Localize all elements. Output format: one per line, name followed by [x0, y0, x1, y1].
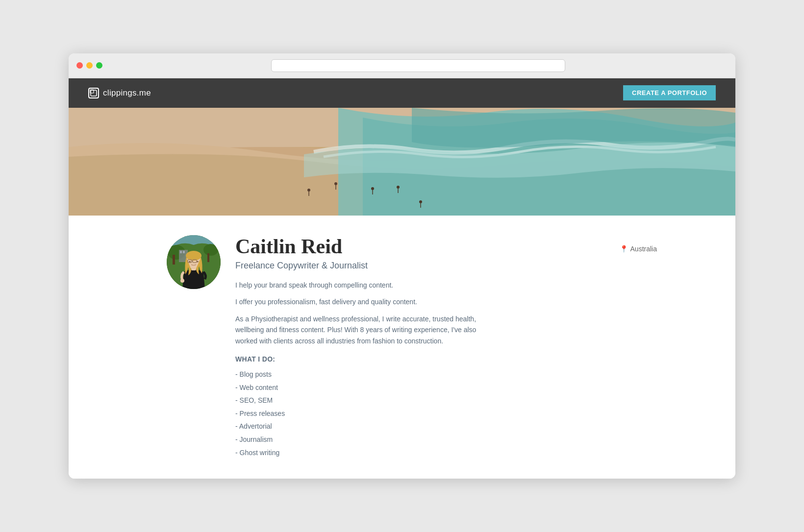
svg-point-18: [203, 244, 218, 256]
list-item: - Journalism: [235, 433, 735, 446]
svg-point-14: [419, 200, 422, 203]
svg-point-31: [197, 261, 199, 262]
bio-line-2: I offer you professionalism, fast delive…: [235, 296, 735, 307]
create-portfolio-button[interactable]: CREATE A PORTFOLIO: [623, 85, 716, 100]
svg-rect-19: [173, 255, 175, 265]
svg-rect-22: [180, 251, 182, 253]
svg-point-6: [307, 189, 310, 192]
name-title-block: Caitlin Reid Freelance Copywriter & Jour…: [235, 235, 368, 280]
profile-title: Freelance Copywriter & Journalist: [235, 261, 368, 271]
browser-window: clippings.me CREATE A PORTFOLIO: [69, 53, 735, 479]
list-item: - Press releases: [235, 407, 735, 420]
minimize-button[interactable]: [86, 62, 93, 69]
traffic-lights: [76, 62, 102, 69]
svg-rect-23: [183, 251, 185, 253]
list-item: - SEO, SEM: [235, 394, 735, 407]
profile-section: Caitlin Reid Freelance Copywriter & Jour…: [69, 216, 735, 479]
location-pin-icon: 📍: [620, 245, 628, 253]
bio-line-1: I help your brand speak through compelli…: [235, 280, 735, 290]
bio-paragraph: As a Physiotherapist and wellness profes…: [235, 314, 490, 346]
svg-point-30: [189, 261, 191, 262]
logo-icon: [88, 88, 99, 98]
svg-point-12: [397, 186, 400, 189]
maximize-button[interactable]: [96, 62, 102, 69]
svg-rect-20: [207, 253, 209, 262]
avatar-image: [167, 235, 221, 289]
hero-banner: [69, 108, 735, 216]
list-item: - Ghost writing: [235, 446, 735, 459]
avatar: [167, 235, 221, 289]
list-item: - Web content: [235, 381, 735, 394]
svg-point-8: [334, 182, 337, 185]
bio-section: I help your brand speak through compelli…: [235, 280, 735, 459]
what-i-do-label: WHAT I DO:: [235, 355, 735, 363]
location-text: Australia: [630, 245, 657, 253]
svg-point-10: [371, 187, 374, 190]
list-item: - Blog posts: [235, 368, 735, 381]
location-area: 📍 Australia: [620, 245, 657, 253]
profile-info: Caitlin Reid Freelance Copywriter & Jour…: [235, 235, 735, 459]
close-button[interactable]: [76, 62, 83, 69]
logo-text: clippings.me: [103, 88, 151, 98]
browser-chrome: [69, 53, 735, 78]
profile-name: Caitlin Reid: [235, 235, 368, 258]
svg-point-26: [186, 251, 201, 261]
services-list: - Blog posts - Web content - SEO, SEM - …: [235, 368, 735, 459]
logo: clippings.me: [88, 88, 151, 98]
avatar-container: [167, 235, 221, 459]
address-bar[interactable]: [271, 59, 565, 72]
svg-point-32: [180, 279, 184, 283]
profile-header-row: Caitlin Reid Freelance Copywriter & Jour…: [235, 235, 735, 280]
site-header: clippings.me CREATE A PORTFOLIO: [69, 78, 735, 108]
list-item: - Advertorial: [235, 420, 735, 433]
